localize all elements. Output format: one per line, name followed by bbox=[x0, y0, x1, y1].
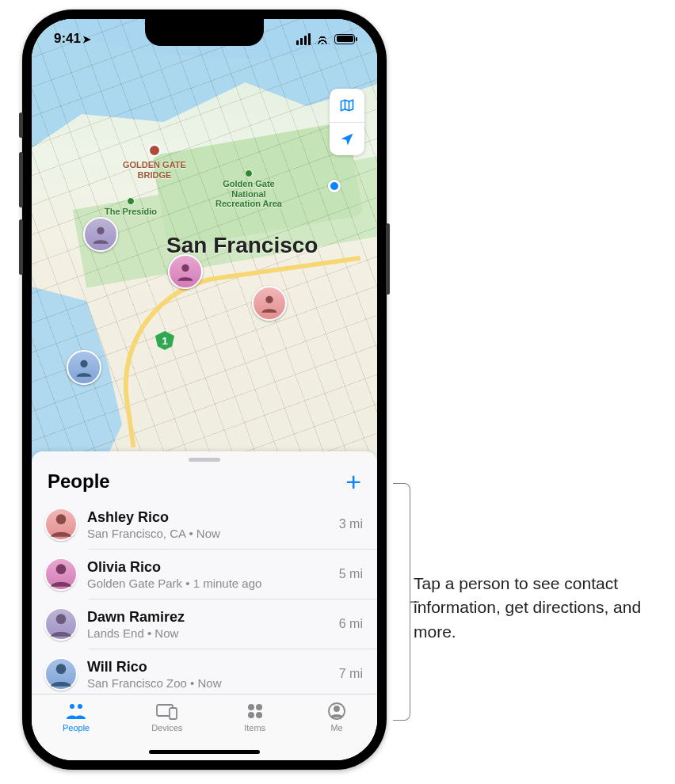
svg-point-4 bbox=[56, 514, 67, 524]
callout-text: Tap a person to see contact information,… bbox=[414, 572, 659, 644]
map-avatar-dawn[interactable] bbox=[83, 217, 118, 252]
location-services-icon: ➤ bbox=[82, 33, 91, 45]
person-location: Golden Gate Park • 1 minute ago bbox=[87, 577, 330, 590]
avatar bbox=[44, 657, 78, 691]
svg-point-3 bbox=[80, 360, 87, 367]
person-location: San Francisco, CA • Now bbox=[87, 527, 330, 540]
map-avatar-olivia[interactable] bbox=[168, 254, 203, 289]
svg-point-7 bbox=[56, 664, 67, 674]
person-distance: 3 mi bbox=[339, 517, 363, 531]
avatar bbox=[44, 508, 78, 541]
tab-me[interactable]: Me bbox=[327, 701, 346, 733]
svg-point-1 bbox=[181, 265, 189, 272]
person-distance: 5 mi bbox=[339, 567, 363, 581]
person-distance: 6 mi bbox=[339, 617, 363, 631]
svg-point-13 bbox=[256, 704, 262, 710]
person-distance: 7 mi bbox=[339, 667, 363, 681]
recenter-location-button[interactable] bbox=[330, 122, 364, 155]
svg-point-8 bbox=[70, 704, 74, 709]
svg-point-5 bbox=[56, 564, 67, 574]
person-row[interactable]: Ashley Rico San Francisco, CA • Now 3 mi bbox=[32, 500, 377, 549]
person-location: San Francisco Zoo • Now bbox=[87, 676, 330, 690]
sheet-grabber[interactable] bbox=[189, 458, 220, 462]
person-location: Lands End • Now bbox=[87, 626, 330, 640]
svg-point-12 bbox=[248, 704, 254, 710]
svg-point-14 bbox=[248, 712, 254, 718]
screen: 9:41 ➤ 1 GOLDEN GATE BRI bbox=[32, 19, 377, 760]
add-person-button[interactable]: + bbox=[345, 468, 361, 495]
person-name: Ashley Rico bbox=[87, 509, 330, 526]
map-avatar-will[interactable] bbox=[67, 350, 101, 385]
tab-items[interactable]: Items bbox=[244, 701, 265, 733]
svg-point-17 bbox=[334, 706, 339, 711]
svg-rect-11 bbox=[170, 708, 177, 719]
tab-devices[interactable]: Devices bbox=[151, 701, 182, 733]
person-name: Dawn Ramirez bbox=[87, 609, 330, 626]
people-sheet[interactable]: People + Ashley Rico San Francisco, CA •… bbox=[32, 451, 377, 760]
tab-people[interactable]: People bbox=[63, 701, 90, 733]
cellular-signal-icon bbox=[296, 33, 311, 45]
avatar bbox=[44, 607, 78, 641]
map-avatar-ashley[interactable] bbox=[252, 286, 287, 321]
svg-point-2 bbox=[265, 296, 273, 303]
people-icon bbox=[65, 701, 87, 721]
battery-icon bbox=[334, 34, 355, 44]
person-row[interactable]: Olivia Rico Golden Gate Park • 1 minute … bbox=[32, 550, 377, 599]
map-mode-button[interactable] bbox=[330, 89, 364, 122]
people-list: Ashley Rico San Francisco, CA • Now 3 mi… bbox=[32, 500, 377, 694]
poi-ggnra[interactable]: Golden Gate National Recreation Area bbox=[215, 169, 282, 209]
wifi-icon bbox=[315, 34, 330, 44]
home-indicator[interactable] bbox=[149, 750, 260, 754]
callout-bracket bbox=[393, 483, 410, 721]
me-icon bbox=[327, 701, 346, 721]
person-row[interactable]: Dawn Ramirez Lands End • Now 6 mi bbox=[32, 599, 377, 649]
map-view[interactable]: 1 GOLDEN GATE BRIDGE Golden Gate Nationa… bbox=[32, 19, 377, 462]
poi-golden-gate-bridge[interactable]: GOLDEN GATE BRIDGE bbox=[123, 144, 186, 180]
sheet-title: People bbox=[48, 470, 110, 493]
devices-icon bbox=[155, 701, 179, 721]
notch bbox=[145, 19, 264, 46]
poi-presidio[interactable]: The Presidio bbox=[105, 197, 157, 217]
svg-point-6 bbox=[56, 614, 67, 624]
status-time: 9:41 bbox=[54, 31, 81, 47]
map-controls bbox=[330, 89, 364, 155]
svg-point-0 bbox=[97, 227, 104, 234]
person-row[interactable]: Will Rico San Francisco Zoo • Now 7 mi bbox=[32, 649, 377, 694]
items-icon bbox=[246, 701, 265, 721]
person-name: Will Rico bbox=[87, 659, 330, 676]
svg-point-9 bbox=[78, 704, 82, 709]
current-location-dot[interactable] bbox=[328, 180, 341, 192]
iphone-frame: 9:41 ➤ 1 GOLDEN GATE BRI bbox=[22, 10, 387, 770]
person-name: Olivia Rico bbox=[87, 559, 330, 576]
svg-point-15 bbox=[256, 712, 262, 718]
avatar bbox=[44, 558, 78, 591]
